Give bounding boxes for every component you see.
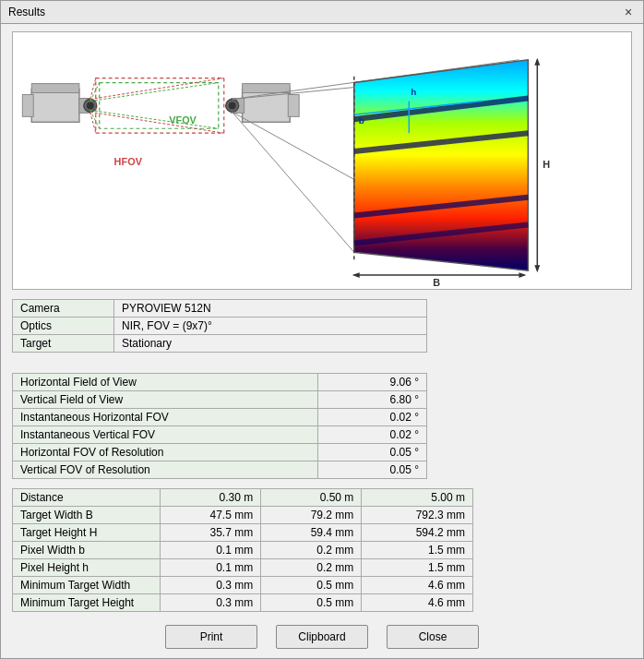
dist-label: Minimum Target Height	[13, 594, 161, 612]
dist-header-cell: 5.00 m	[362, 489, 473, 507]
dist-v1: 47.5 mm	[161, 507, 261, 524]
diagram-box: HFOV VFOV	[12, 31, 632, 290]
svg-rect-9	[288, 95, 299, 117]
dist-v3: 1.5 mm	[362, 559, 473, 577]
dist-v1: 35.7 mm	[161, 524, 261, 542]
fov-label: Instantaneous Horizontal FOV	[13, 409, 318, 426]
info-value: PYROVIEW 512N	[114, 300, 427, 318]
fov-value: 9.06 °	[317, 374, 426, 391]
dist-row: Target Width B 47.5 mm 79.2 mm 792.3 mm	[13, 507, 473, 524]
svg-rect-4	[31, 84, 79, 93]
fov-label: Vertical Field of View	[13, 391, 318, 409]
dist-label: Minimum Target Width	[13, 577, 161, 594]
dist-label: Target Height H	[13, 524, 161, 542]
dist-v3: 594.2 mm	[362, 524, 473, 542]
dist-label: Target Width B	[13, 507, 161, 524]
fov-value: 0.02 °	[317, 409, 426, 426]
dist-label: Pixel Height h	[13, 559, 161, 577]
dist-header-cell: 0.50 m	[261, 489, 362, 507]
dist-row: Pixel Width b 0.1 mm 0.2 mm 1.5 mm	[13, 542, 473, 559]
window-title: Results	[8, 6, 45, 18]
dist-v1: 0.3 mm	[161, 594, 261, 612]
dist-row: Minimum Target Width 0.3 mm 0.5 mm 4.6 m…	[13, 577, 473, 594]
fov-label: Horizontal Field of View	[13, 374, 318, 391]
fov-value: 6.80 °	[317, 391, 426, 409]
clipboard-button[interactable]: Clipboard	[276, 625, 368, 649]
svg-text:VFOV: VFOV	[169, 114, 197, 126]
results-window: Results ×	[0, 0, 644, 659]
dist-row: Minimum Target Height 0.3 mm 0.5 mm 4.6 …	[13, 594, 473, 612]
dist-v3: 4.6 mm	[362, 577, 473, 594]
fov-label: Instantaneous Vertical FOV	[13, 426, 318, 444]
fov-row: Instantaneous Horizontal FOV0.02 °	[13, 409, 427, 426]
fov-row: Vertical FOV of Resolution0.05 °	[13, 461, 427, 479]
fov-table: Horizontal Field of View9.06 °Vertical F…	[12, 373, 427, 479]
fov-row: Horizontal Field of View9.06 °	[13, 374, 427, 391]
dist-header-cell: 0.30 m	[161, 489, 261, 507]
close-icon[interactable]: ×	[621, 5, 636, 19]
info-row: TargetStationary	[13, 335, 427, 353]
fov-value: 0.05 °	[317, 444, 426, 461]
info-value: NIR, FOV = (9x7)°	[114, 318, 427, 335]
info-label: Camera	[13, 300, 114, 318]
dist-header-cell: Distance	[13, 489, 161, 507]
dist-row: Pixel Height h 0.1 mm 0.2 mm 1.5 mm	[13, 559, 473, 577]
dist-v2: 79.2 mm	[261, 507, 362, 524]
svg-text:HFOV: HFOV	[114, 156, 143, 167]
dist-v2: 0.2 mm	[261, 559, 362, 577]
buttons-row: Print Clipboard Close	[12, 625, 632, 649]
fov-row: Vertical Field of View6.80 °	[13, 391, 427, 409]
dist-v2: 59.4 mm	[261, 524, 362, 542]
fov-label: Vertical FOV of Resolution	[13, 461, 318, 479]
info-value: Stationary	[114, 335, 427, 353]
info-label: Target	[13, 335, 114, 353]
dist-v2: 0.5 mm	[261, 594, 362, 612]
svg-point-12	[229, 102, 236, 109]
svg-text:B: B	[433, 277, 440, 288]
fov-row: Horizontal FOV of Resolution0.05 °	[13, 444, 427, 461]
svg-rect-3	[22, 95, 33, 117]
dist-v3: 792.3 mm	[362, 507, 473, 524]
info-table: CameraPYROVIEW 512NOpticsNIR, FOV = (9x7…	[12, 299, 427, 353]
dist-v1: 0.3 mm	[161, 577, 261, 594]
fov-label: Horizontal FOV of Resolution	[13, 444, 318, 461]
close-button[interactable]: Close	[387, 625, 479, 649]
fov-value: 0.05 °	[317, 461, 426, 479]
dist-v2: 0.5 mm	[261, 577, 362, 594]
main-content: HFOV VFOV	[1, 24, 643, 658]
svg-text:h: h	[411, 87, 416, 97]
dist-v1: 0.1 mm	[161, 559, 261, 577]
svg-point-6	[87, 102, 94, 109]
dist-label: Pixel Width b	[13, 542, 161, 559]
dist-v3: 1.5 mm	[362, 542, 473, 559]
info-row: CameraPYROVIEW 512N	[13, 300, 427, 318]
title-bar: Results ×	[1, 1, 643, 24]
dist-row: Target Height H 35.7 mm 59.4 mm 594.2 mm	[13, 524, 473, 542]
svg-text:b: b	[359, 115, 364, 126]
fov-row: Instantaneous Vertical FOV0.02 °	[13, 426, 427, 444]
dist-table: Distance0.30 m0.50 m5.00 m Target Width …	[12, 488, 473, 612]
dist-v2: 0.2 mm	[261, 542, 362, 559]
svg-text:H: H	[543, 159, 550, 170]
dist-v3: 4.6 mm	[362, 594, 473, 612]
dist-v1: 0.1 mm	[161, 542, 261, 559]
info-row: OpticsNIR, FOV = (9x7)°	[13, 318, 427, 335]
svg-rect-10	[243, 84, 291, 93]
svg-rect-1	[31, 90, 79, 123]
info-label: Optics	[13, 318, 114, 335]
fov-value: 0.02 °	[317, 426, 426, 444]
print-button[interactable]: Print	[165, 625, 257, 649]
